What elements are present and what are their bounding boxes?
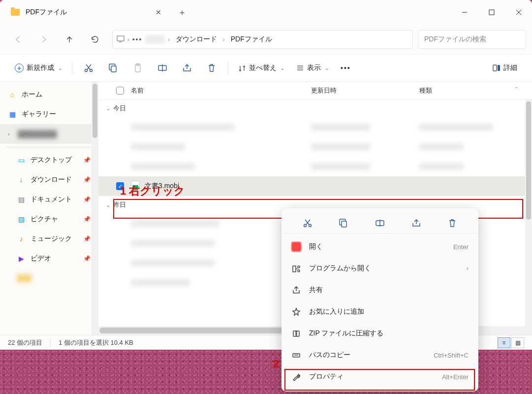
share-button[interactable] [176,59,198,77]
sidebar-item-blurred[interactable] [0,268,98,288]
new-tab-button[interactable]: ＋ [172,0,192,25]
copy-button[interactable] [102,59,125,77]
group-today[interactable]: ⌄今日 [98,99,532,117]
sidebar-item-desktop[interactable]: ▭デスクトップ📌 [0,150,98,170]
menu-item-copy-path[interactable]: パスのコピーCtrl+Shift+C [282,344,478,366]
more-button[interactable]: ••• [336,59,356,77]
share-icon [291,285,301,295]
toolbar: + 新規作成 ⌄ 並べ替え ⌄ 表示 ⌄ ••• 詳細 [0,54,532,82]
close-button[interactable] [505,0,532,25]
sidebar-item-home[interactable]: ⌂ホーム [0,85,98,104]
svg-rect-19 [342,221,346,227]
svg-point-17 [304,224,306,227]
app-icon [291,242,301,252]
cut-icon[interactable] [299,215,316,231]
back-button[interactable] [6,30,31,49]
gallery-icon: ▦ [8,110,17,119]
navbar: › ••• › ダウンロード › PDFファイル PDFファイルの検索 [0,25,532,54]
rename-button[interactable] [151,59,174,77]
chevron-down-icon: ⌄ [106,106,110,111]
menu-item-open[interactable]: 開くEnter [282,236,478,258]
list-view-button[interactable]: ≡ [498,337,510,348]
grid-view-button[interactable]: ▦ [511,337,524,348]
svg-rect-4 [117,36,124,41]
svg-point-7 [90,69,93,72]
sidebar-item-document[interactable]: ▤ドキュメント📌 [0,190,98,209]
list-item[interactable] [98,117,532,137]
svg-rect-8 [111,66,116,72]
sort-indicator-icon: ⌃ [514,86,518,92]
music-icon: ♪ [17,234,26,243]
delete-icon[interactable] [444,215,461,231]
up-button[interactable] [57,30,82,49]
video-icon: ▶ [17,254,26,263]
breadcrumb-item-blurred[interactable] [145,35,165,44]
breadcrumb[interactable]: › ••• › ダウンロード › PDFファイル [112,30,413,49]
menu-item-zip[interactable]: ZIP ファイルに圧縮する [282,323,478,344]
download-icon: ↓ [17,175,26,184]
content-scrollbar[interactable] [525,99,532,335]
share-icon[interactable] [408,215,425,231]
chevron-down-icon: ⌄ [106,202,110,208]
column-name[interactable]: 名前 [131,86,311,95]
menu-item-favorite[interactable]: お気に入りに追加 [282,301,478,323]
tab-title: PDFファイル [26,8,148,17]
chevron-right-icon: › [223,36,225,42]
svg-rect-15 [493,65,497,71]
paste-button[interactable] [126,59,149,77]
pin-icon: 📌 [83,176,91,183]
sidebar-item-blurred[interactable]: ›████████ [0,124,98,144]
sidebar-item-video[interactable]: ▶ビデオ📌 [0,249,98,268]
svg-rect-16 [498,65,500,71]
svg-rect-21 [293,266,296,272]
maximize-button[interactable] [478,0,505,25]
new-button[interactable]: + 新規作成 ⌄ [10,59,67,77]
breadcrumb-item-current[interactable]: PDFファイル [228,33,275,46]
pin-icon: 📌 [83,157,91,164]
pin-icon: 📌 [83,255,91,262]
chevron-down-icon: ⌄ [281,66,284,71]
forward-button[interactable] [31,30,56,49]
path-icon [291,350,301,360]
select-all-checkbox[interactable] [116,87,124,95]
sidebar: ⌂ホーム ▦ギャラリー ›████████ ▭デスクトップ📌 ↓ダウンロード📌 … [0,82,98,335]
pc-icon [117,35,125,44]
column-type[interactable]: 種類⌃ [419,86,532,95]
chevron-right-icon: › [467,265,469,272]
chevron-down-icon: ⌄ [325,66,329,71]
minimize-button[interactable] [451,0,478,25]
sidebar-item-download[interactable]: ↓ダウンロード📌 [0,170,98,190]
annotation-step2: 2 [273,358,279,370]
column-date[interactable]: 更新日時 [311,86,419,95]
breadcrumb-item-download[interactable]: ダウンロード [173,33,220,46]
cut-button[interactable] [77,59,100,77]
rename-icon[interactable] [372,215,388,231]
details-button[interactable]: 詳細 [488,59,522,77]
wrench-icon [291,372,301,382]
list-item[interactable] [98,157,532,176]
copy-icon[interactable] [335,215,352,231]
delete-button[interactable] [200,59,223,77]
titlebar: PDFファイル ✕ ＋ [0,0,532,25]
tab[interactable]: PDFファイル ✕ [0,0,172,25]
open-with-icon [291,263,301,273]
list-item[interactable] [98,137,532,157]
more-icon[interactable]: ••• [132,35,143,43]
close-tab-icon[interactable]: ✕ [154,6,163,18]
home-icon: ⌂ [8,90,17,99]
view-button[interactable]: 表示 ⌄ [291,59,334,77]
menu-item-properties[interactable]: プロパティAlt+Enter [282,366,478,388]
refresh-button[interactable] [83,30,107,49]
sort-button[interactable]: 並べ替え ⌄ [233,59,289,77]
document-icon: ▤ [17,195,26,204]
search-input[interactable]: PDFファイルの検索 [418,30,526,49]
sidebar-item-music[interactable]: ♪ミュージック📌 [0,229,98,249]
picture-icon: ▨ [17,215,26,224]
menu-item-open-with[interactable]: プログラムから開く› [282,258,478,279]
plus-icon: + [15,64,24,72]
menu-item-share[interactable]: 共有 [282,279,478,301]
sidebar-item-picture[interactable]: ▨ピクチャ📌 [0,209,98,229]
sidebar-item-gallery[interactable]: ▦ギャラリー [0,104,98,124]
sidebar-scrollbar[interactable] [92,82,98,335]
item-count: 22 個の項目 [8,338,42,347]
